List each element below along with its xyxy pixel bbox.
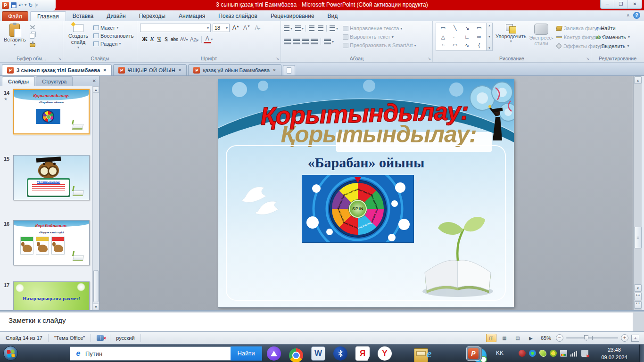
reading-view-button[interactable]: ▤ [512,334,523,342]
show-desktop-button[interactable] [639,345,644,362]
drawing-dialog-launcher-icon[interactable]: ↘ [586,57,589,61]
scroll-down-icon[interactable]: ▼ [634,284,642,292]
language-indicator[interactable]: KK [496,350,504,356]
spin-button[interactable]: SPIN [349,200,367,218]
word-icon[interactable]: W [311,346,325,361]
paste-button[interactable]: Вставить ▾ [4,23,26,55]
bluetooth-icon[interactable] [333,346,347,361]
font-color-button[interactable]: А [204,35,211,43]
convert-smartart-button[interactable]: Преобразовать в SmartArt ▾ [343,41,416,49]
taskbar-clock[interactable]: 23:48 09.02.2024 [596,346,633,361]
yandex-icon[interactable]: Я [355,346,370,361]
font-size-combo[interactable]: 18▾ [213,24,230,32]
numbering-icon[interactable] [295,25,301,31]
tab-design[interactable]: Дизайн [100,11,132,21]
italic-button[interactable]: К [149,36,156,43]
tab-insert[interactable]: Вставка [66,11,100,21]
spellcheck-status[interactable]: × [91,334,110,342]
tab-close-icon[interactable]: ✕ [103,68,107,73]
minimize-button[interactable]: ─ [601,0,614,8]
increase-indent-icon[interactable] [318,25,323,31]
next-slide-button[interactable]: ▼▼ [634,301,642,309]
spin-wheel-image[interactable]: Your text hereYour text hereYour text he… [302,175,413,242]
select-button[interactable]: ▻Выделить ▾ [596,41,644,50]
cut-icon[interactable] [30,25,35,30]
columns-icon[interactable] [324,39,331,44]
text-direction-button[interactable]: Направление текста ▾ [343,24,416,33]
slide-sorter-view-button[interactable]: ▦ [499,334,510,342]
tray-punto-icon[interactable] [539,350,546,357]
replace-button[interactable]: abЗаменить ▾ [596,33,644,41]
tab-close-icon[interactable]: ✕ [178,68,182,73]
bullets-icon[interactable] [284,25,289,31]
save-button[interactable] [11,2,17,8]
font-name-combo[interactable]: ▾ [140,24,211,32]
scroll-up-icon[interactable]: ▲ [634,76,642,84]
tab-view[interactable]: Вид [321,11,345,21]
slide-thumbnail-16[interactable]: Кері байланыс: «Керуен көші» әдісі [13,220,90,265]
paragraph-dialog-launcher-icon[interactable]: ↘ [428,57,431,61]
tab-home[interactable]: Главная [30,11,66,21]
bold-button[interactable]: Ж [141,36,149,43]
panel-scrollbar[interactable]: ▲ ▼ [92,86,99,310]
search-input[interactable] [85,350,231,357]
tab-file[interactable]: Файл [2,11,28,21]
spin-wheel[interactable]: Your text hereYour text hereYour text he… [330,181,386,237]
tab-outline[interactable]: Структура [36,76,73,86]
tray-antivirus-icon[interactable] [550,350,557,357]
tray-app-icon[interactable] [519,350,526,357]
shapes-gallery[interactable]: ▭╲↘▭ △⌐∟⇨ ≈◠∿{ [436,23,487,51]
shapes-gallery-scrollbar[interactable]: ▲▼▼ [487,23,493,51]
format-painter-icon[interactable] [30,43,35,47]
underline-button[interactable]: Ч [156,36,163,43]
internet-explorer-icon[interactable]: e [422,346,436,361]
panel-close-icon[interactable]: ✕ [92,76,96,86]
slide-thumbnail-14[interactable]: Қорытындылау: «Барабан» ойыны [13,89,90,134]
zoom-slider-thumb[interactable] [584,335,588,341]
slide-thumbnail-17[interactable]: Назарларыңызға рахмет! [13,281,90,310]
scroll-up-icon[interactable]: ▲ [93,86,99,93]
help-icon[interactable]: ? [633,12,640,19]
arrange-button[interactable]: Упорядочить ▾ [495,23,526,55]
section-button[interactable]: Раздел ▾ [93,40,133,48]
align-left-icon[interactable] [284,39,291,44]
normal-view-button[interactable]: ◫ [486,334,496,342]
tab-review[interactable]: Рецензирование [264,11,321,21]
zoom-out-button[interactable]: − [556,334,563,342]
network-signal-icon[interactable] [570,350,578,357]
qat-customize-button[interactable]: |▾ [34,3,38,8]
zoom-level[interactable]: 65% [541,335,551,341]
copy-icon[interactable] [30,33,34,39]
new-document-tab-button[interactable] [283,65,295,75]
clipboard-dialog-launcher-icon[interactable]: ↘ [58,57,61,61]
fit-to-window-button[interactable]: ＋ [631,335,639,342]
scroll-down-icon[interactable]: ▼ [93,304,99,310]
power-disconnected-icon[interactable] [581,350,588,357]
slideshow-view-button[interactable]: ▶ [526,334,536,342]
tab-slideshow[interactable]: Показ слайдов [212,11,264,21]
taskbar-search[interactable]: e Найти [70,346,262,361]
zoom-slider[interactable] [566,337,618,338]
align-center-icon[interactable] [293,39,300,44]
clear-formatting-button[interactable]: A̶ [253,25,260,31]
slide-canvas[interactable]: Қорытындылау: Қорытындылау: «Барабан» ой… [218,79,514,307]
chrome-icon[interactable] [289,348,303,362]
tab-slides[interactable]: Слайды [2,76,35,86]
previous-slide-button[interactable]: ▲▲ [634,293,642,300]
grow-font-button[interactable]: А▲ [231,25,240,31]
text-shadow-button[interactable]: S [163,36,170,43]
document-tab-2[interactable]: P ҰШҚЫР ОЙ ОЙЫН ✕ [113,64,187,75]
document-tab-1[interactable]: P 3 сынып қазақ тілі Бакимбаева ✕ [2,64,112,75]
align-right-icon[interactable] [302,39,309,44]
strikethrough-button[interactable]: abc [170,37,179,42]
powerpoint-taskbar-button[interactable]: P [466,346,480,361]
align-text-button[interactable]: Выровнять текст ▾ [343,33,416,41]
undo-button[interactable]: ↶ [18,1,23,9]
search-find-button[interactable]: Найти [231,346,262,361]
panel-scrollbar-thumb[interactable] [93,270,99,302]
undo-dropdown-icon[interactable]: ▾ [25,1,26,9]
decrease-indent-icon[interactable] [309,25,314,31]
start-button[interactable] [3,346,18,361]
justify-icon[interactable] [311,39,318,44]
tab-transitions[interactable]: Переходы [132,11,172,21]
